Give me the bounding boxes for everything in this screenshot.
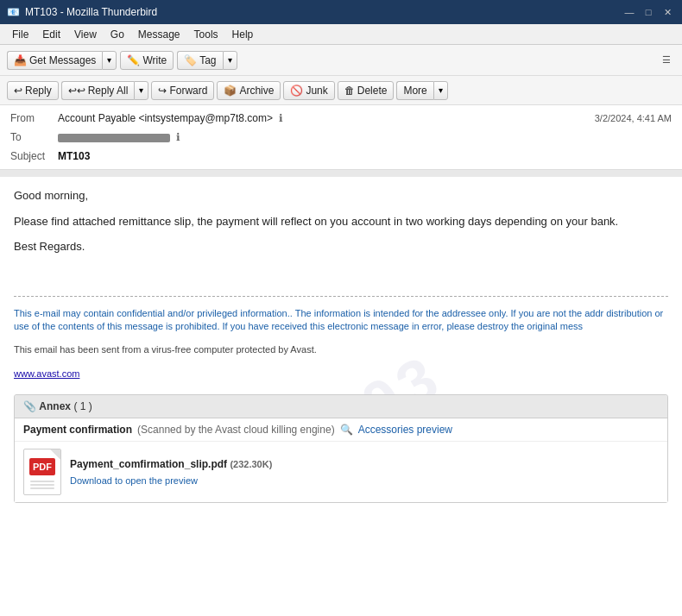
menu-help[interactable]: Help xyxy=(227,28,259,41)
archive-button[interactable]: 📦 Archive xyxy=(217,81,281,100)
more-button[interactable]: More xyxy=(396,81,433,100)
get-messages-dropdown[interactable]: ▾ xyxy=(102,51,117,70)
menu-message[interactable]: Message xyxy=(133,28,186,41)
annex-label: Annex xyxy=(39,400,71,412)
menu-bar: File Edit View Go Message Tools Help xyxy=(0,24,682,45)
tag-dropdown[interactable]: ▾ xyxy=(223,51,237,70)
get-messages-group: 📥 Get Messages ▾ xyxy=(7,51,117,70)
avast-link[interactable]: www.avast.com xyxy=(14,368,79,379)
from-value: Account Payable <intsystempay@mp7t8.com>… xyxy=(58,112,595,124)
menu-file[interactable]: File xyxy=(7,28,34,41)
archive-icon: 📦 xyxy=(224,85,237,97)
write-button[interactable]: ✏️ Write xyxy=(120,51,174,70)
more-group: More ▾ xyxy=(396,81,447,100)
attachment-size: (232.30K) xyxy=(230,459,272,469)
search-icon: 🔍 xyxy=(340,422,353,437)
main-toolbar: 📥 Get Messages ▾ ✏️ Write 🏷️ Tag ▾ ☰ xyxy=(0,45,682,76)
annex-section: 📎 Annex ( 1 ) Payment confirmation (Scan… xyxy=(14,394,668,503)
pdf-icon: PDF xyxy=(23,449,61,495)
to-info-icon[interactable]: ℹ xyxy=(176,131,180,143)
attachment-filename: Payment_comfirmation_slip.pdf (232.30K) xyxy=(70,456,272,472)
from-label: From xyxy=(10,112,58,124)
spacer xyxy=(14,269,668,286)
body-paragraph: Please find attached remittance slip, th… xyxy=(14,213,668,230)
tag-icon: 🏷️ xyxy=(184,54,197,66)
disclaimer-divider xyxy=(14,296,668,297)
annex-count: ( 1 ) xyxy=(73,400,92,412)
app-icon: 📧 xyxy=(7,6,20,18)
tag-group: 🏷️ Tag ▾ xyxy=(177,51,237,70)
accessories-preview-link[interactable]: Accessories preview xyxy=(358,422,452,437)
forward-icon: ↪ xyxy=(158,85,167,97)
junk-button[interactable]: 🚫 Junk xyxy=(283,81,334,100)
pencil-icon: ✏️ xyxy=(127,54,140,66)
menu-go[interactable]: Go xyxy=(105,28,129,41)
reply-icon: ↩ xyxy=(14,85,22,97)
info-icon[interactable]: ℹ xyxy=(279,112,283,124)
payment-confirmation-label: Payment confirmation xyxy=(23,422,132,437)
scanned-label: (Scanned by the Avast cloud killing engi… xyxy=(137,422,335,437)
tag-button[interactable]: 🏷️ Tag xyxy=(177,51,222,70)
annex-header: 📎 Annex ( 1 ) xyxy=(15,395,667,418)
reply-button[interactable]: ↩ Reply xyxy=(7,81,59,100)
email-body: MT103 Good morning, Please find attached… xyxy=(0,170,682,616)
email-header: From Account Payable <intsystempay@mp7t8… xyxy=(0,105,682,170)
reply-all-dropdown[interactable]: ▾ xyxy=(134,81,148,100)
greeting-text: Good morning, xyxy=(14,187,668,204)
menu-edit[interactable]: Edit xyxy=(37,28,66,41)
subject-row: Subject MT103 xyxy=(10,147,672,166)
trash-icon: 🗑 xyxy=(344,85,355,97)
email-date: 3/2/2024, 4:41 AM xyxy=(595,113,672,123)
subject-label: Subject xyxy=(10,150,58,162)
from-row: From Account Payable <intsystempay@mp7t8… xyxy=(10,109,672,128)
email-action-toolbar: ↩ Reply ↩↩ Reply All ▾ ↪ Forward 📦 Archi… xyxy=(0,76,682,105)
body-content: Good morning, Please find attached remit… xyxy=(14,170,668,503)
paperclip-icon: 📎 xyxy=(23,400,36,412)
reply-all-button[interactable]: ↩↩ Reply All xyxy=(61,81,135,100)
close-button[interactable]: ✕ xyxy=(660,4,675,20)
title-bar-controls: — □ ✕ xyxy=(622,4,675,20)
minimize-button[interactable]: — xyxy=(622,4,637,20)
avast-notice: This email has been sent from a virus-fr… xyxy=(14,343,668,357)
closing-text: Best Regards. xyxy=(14,238,668,255)
window-title: MT103 - Mozilla Thunderbird xyxy=(25,6,157,18)
to-row: To ℹ xyxy=(10,128,672,147)
attachment-row: Payment confirmation (Scanned by the Ava… xyxy=(15,418,667,442)
main-area: MT103 Good morning, Please find attached… xyxy=(0,170,682,616)
title-bar: 📧 MT103 - Mozilla Thunderbird — □ ✕ xyxy=(0,0,682,24)
get-messages-button[interactable]: 📥 Get Messages xyxy=(7,51,102,70)
attachment-info: Payment_comfirmation_slip.pdf (232.30K) … xyxy=(70,456,272,488)
inbox-icon: 📥 xyxy=(14,54,27,66)
reply-all-icon: ↩↩ xyxy=(68,85,85,97)
menu-view[interactable]: View xyxy=(69,28,102,41)
to-redacted xyxy=(58,134,170,142)
to-label: To xyxy=(10,131,58,143)
maximize-button[interactable]: □ xyxy=(641,4,656,20)
pdf-lines xyxy=(30,479,54,491)
attachment-item: PDF Payment_comfirmation_slip.pdf (232.3… xyxy=(15,442,667,502)
forward-button[interactable]: ↪ Forward xyxy=(151,81,214,100)
top-separator xyxy=(0,170,682,177)
to-value: ℹ xyxy=(58,131,672,143)
pdf-label: PDF xyxy=(29,458,55,476)
junk-icon: 🚫 xyxy=(290,85,303,97)
delete-button[interactable]: 🗑 Delete xyxy=(338,81,395,100)
disclaimer-text: This e-mail may contain confidential and… xyxy=(14,307,668,334)
subject-value: MT103 xyxy=(58,150,672,162)
menu-lines-icon[interactable]: ☰ xyxy=(658,51,675,69)
menu-tools[interactable]: Tools xyxy=(189,28,224,41)
reply-all-group: ↩↩ Reply All ▾ xyxy=(61,81,149,100)
more-dropdown[interactable]: ▾ xyxy=(433,81,448,100)
download-link[interactable]: Download to open the preview xyxy=(70,474,272,488)
title-bar-left: 📧 MT103 - Mozilla Thunderbird xyxy=(7,6,157,18)
